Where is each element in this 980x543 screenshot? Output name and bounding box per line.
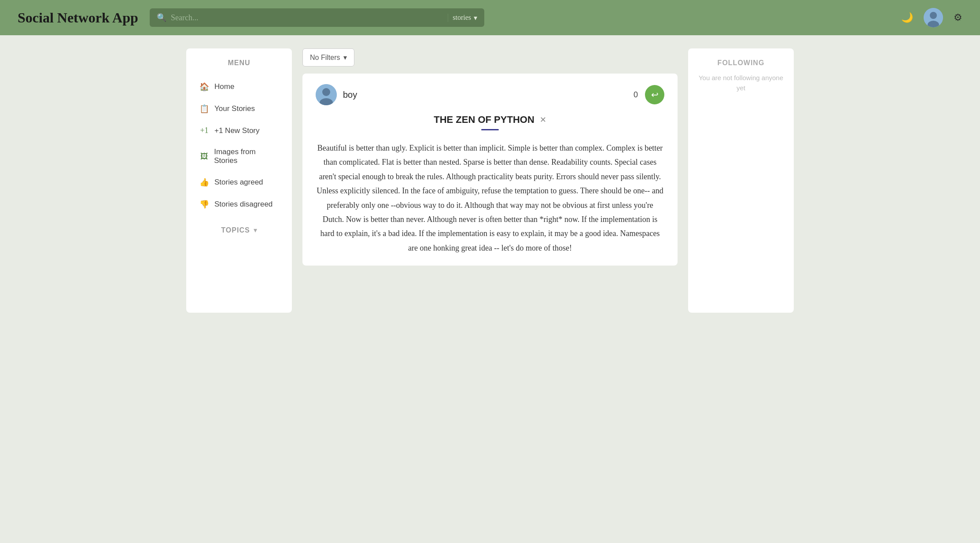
chevron-down-icon: ▾: [474, 14, 477, 22]
sidebar-item-images-from-stories[interactable]: 🖼 Images from Stories: [195, 141, 283, 171]
dark-mode-toggle[interactable]: 🌙: [901, 12, 913, 23]
menu-label: MENU: [195, 59, 283, 67]
images-icon: 🖼: [199, 152, 209, 161]
following-title: FOLLOWING: [697, 59, 785, 67]
search-category-label: stories: [453, 14, 471, 22]
user-avatar[interactable]: [924, 8, 943, 27]
search-input[interactable]: [171, 13, 443, 22]
sidebar: MENU 🏠 Home 📋 Your Stories +1 +1 New Sto…: [186, 48, 292, 313]
svg-point-4: [322, 88, 330, 96]
sidebar-item-stories-disagreed[interactable]: 👎 Stories disagreed: [195, 193, 283, 215]
story-divider: [481, 129, 499, 130]
story-count: 0: [634, 90, 638, 100]
svg-point-1: [930, 12, 937, 19]
content-area: No Filters ▾ boy 0 ↩: [302, 48, 678, 313]
sidebar-item-stories-agreed[interactable]: 👍 Stories agreed: [195, 171, 283, 193]
reply-icon: ↩: [651, 89, 659, 100]
sidebar-item-new-story[interactable]: +1 +1 New Story: [195, 120, 283, 141]
search-icon: 🔍: [157, 13, 166, 22]
search-category-dropdown[interactable]: stories ▾: [448, 14, 477, 22]
sidebar-item-agreed-label: Stories agreed: [214, 178, 263, 187]
sidebar-item-disagreed-label: Stories disagreed: [214, 200, 273, 209]
story-header: boy 0 ↩: [316, 84, 664, 105]
sidebar-item-images-label: Images from Stories: [214, 148, 279, 165]
story-card: boy 0 ↩ THE ZEN OF PYTHON ✕ Beautiful is…: [302, 74, 678, 266]
story-title-row: THE ZEN OF PYTHON ✕: [316, 114, 664, 126]
sidebar-item-home-label: Home: [214, 82, 234, 91]
sidebar-nav: 🏠 Home 📋 Your Stories +1 +1 New Story 🖼 …: [195, 76, 283, 215]
thumbs-down-icon: 👎: [199, 199, 209, 209]
following-empty-text: You are not following anyone yet: [697, 73, 785, 93]
app-title: Social Network App: [18, 10, 141, 26]
following-panel: FOLLOWING You are not following anyone y…: [688, 48, 794, 313]
settings-icon[interactable]: ⚙: [954, 12, 962, 23]
filter-bar: No Filters ▾: [302, 48, 678, 66]
reply-button[interactable]: ↩: [645, 85, 664, 104]
header-icons: 🌙 ⚙: [901, 8, 962, 27]
filter-chevron-icon: ▾: [343, 53, 347, 62]
topics-chevron-icon: ▾: [254, 226, 257, 234]
sidebar-item-home[interactable]: 🏠 Home: [195, 76, 283, 98]
story-title: THE ZEN OF PYTHON: [434, 114, 534, 126]
topics-section[interactable]: TOPICS ▾: [195, 226, 283, 234]
new-story-icon: +1: [199, 126, 209, 135]
search-bar[interactable]: 🔍 stories ▾: [150, 8, 484, 27]
sidebar-item-your-stories-label: Your Stories: [214, 104, 255, 113]
author-avatar: [316, 84, 337, 105]
filter-label: No Filters: [310, 54, 340, 62]
story-body: Beautiful is better than ugly. Explicit …: [316, 141, 664, 255]
stories-icon: 📋: [199, 104, 209, 114]
story-author-name: boy: [343, 90, 357, 100]
topics-label: TOPICS: [221, 226, 250, 234]
sidebar-item-your-stories[interactable]: 📋 Your Stories: [195, 98, 283, 120]
sidebar-item-new-story-label: +1 New Story: [214, 126, 260, 135]
home-icon: 🏠: [199, 82, 209, 92]
thumbs-up-icon: 👍: [199, 177, 209, 187]
close-story-button[interactable]: ✕: [540, 115, 546, 125]
filter-dropdown[interactable]: No Filters ▾: [302, 48, 354, 66]
